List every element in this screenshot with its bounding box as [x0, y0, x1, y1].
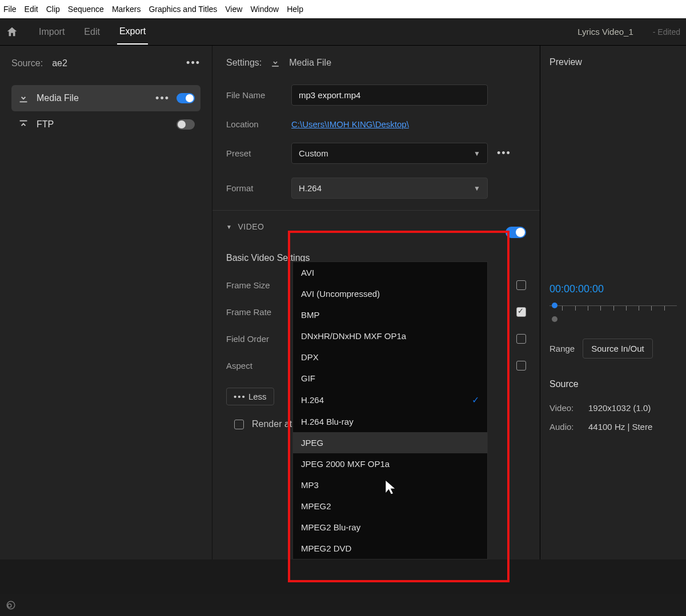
format-option[interactable]: DNxHR/DNxHD MXF OP1a: [293, 325, 487, 347]
media-file-toggle[interactable]: [176, 93, 195, 103]
svg-point-1: [8, 604, 11, 607]
ftp-toggle[interactable]: [176, 119, 195, 130]
menu-view[interactable]: View: [225, 5, 242, 14]
destination-label: FTP: [37, 119, 170, 130]
menu-markers[interactable]: Markers: [112, 5, 141, 14]
format-select[interactable]: H.264 ▼: [291, 178, 488, 199]
menu-sequence[interactable]: Sequence: [68, 5, 104, 14]
home-icon[interactable]: [6, 26, 18, 38]
preview-thumbnail: [549, 83, 677, 283]
video-section-toggle[interactable]: [506, 227, 526, 238]
menu-window[interactable]: Window: [250, 5, 279, 14]
chevron-down-icon[interactable]: ▼: [226, 224, 232, 230]
timecode: 00:00:00:00: [549, 283, 677, 295]
format-option[interactable]: JPEG 2000 MXF OP1a: [293, 453, 487, 474]
format-label: Format: [226, 183, 291, 193]
filename-input[interactable]: [291, 84, 488, 106]
format-option[interactable]: DPX: [293, 347, 487, 368]
download-icon: [17, 92, 30, 104]
format-option[interactable]: GIF: [293, 368, 487, 389]
format-option[interactable]: MP3: [293, 474, 487, 496]
format-option[interactable]: H.264 Blu-ray: [293, 411, 487, 432]
source-options-icon[interactable]: •••: [186, 57, 200, 69]
format-option[interactable]: H.264✓: [293, 389, 487, 411]
preset-options-icon[interactable]: •••: [497, 147, 511, 159]
document-title: Lyrics Video_1: [577, 27, 633, 37]
source-audio-label: Audio:: [549, 422, 580, 432]
menu-clip[interactable]: Clip: [46, 5, 60, 14]
format-dropdown[interactable]: AVIAVI (Uncompressed)BMPDNxHR/DNxHD MXF …: [292, 261, 488, 559]
destination-ftp[interactable]: FTP: [11, 111, 200, 138]
media-file-options-icon[interactable]: •••: [155, 92, 170, 104]
source-panel: Source: ae2 ••• Media File ••• FTP: [0, 46, 212, 559]
settings-panel: Settings: Media File File Name Location …: [212, 46, 540, 559]
menu-help[interactable]: Help: [287, 5, 303, 14]
check-icon: ✓: [472, 394, 479, 405]
chevron-down-icon: ▼: [474, 150, 480, 158]
video-section-label: VIDEO: [238, 222, 264, 231]
download-icon: [270, 57, 281, 69]
tab-import[interactable]: Import: [37, 20, 67, 44]
tab-export[interactable]: Export: [117, 19, 148, 45]
format-option[interactable]: MPEG2 DVD: [293, 538, 487, 559]
range-label: Range: [549, 344, 575, 353]
location-label: Location: [226, 119, 291, 129]
source-label: Source:: [11, 58, 43, 69]
frame-size-label: Frame Size: [226, 280, 270, 290]
render-max-checkbox[interactable]: [234, 420, 244, 429]
preset-value: Custom: [299, 148, 328, 158]
preset-select[interactable]: Custom ▼: [291, 143, 488, 164]
source-video-value: 1920x1032 (1.0): [588, 403, 651, 413]
menu-file[interactable]: File: [3, 5, 17, 14]
format-value: H.264: [299, 183, 322, 193]
frame-rate-label: Frame Rate: [226, 307, 271, 317]
format-option[interactable]: AVI: [293, 262, 487, 283]
upload-icon: [17, 118, 30, 131]
frame-rate-checkbox[interactable]: [516, 307, 526, 317]
source-audio-value: 44100 Hz | Stere: [588, 422, 652, 432]
status-bar: [0, 594, 686, 616]
source-video-label: Video:: [549, 403, 580, 413]
less-button[interactable]: ••• Less: [226, 388, 274, 405]
top-tabbar: Import Edit Export Lyrics Video_1 - Edit…: [0, 18, 686, 46]
creative-cloud-icon[interactable]: [6, 600, 16, 610]
field-order-label: Field Order: [226, 334, 269, 344]
field-order-checkbox[interactable]: [516, 334, 526, 344]
aspect-label: Aspect: [226, 361, 252, 371]
preview-label: Preview: [549, 57, 677, 67]
filename-label: File Name: [226, 90, 291, 100]
source-value: ae2: [52, 58, 177, 69]
timeline-ruler[interactable]: [549, 305, 677, 326]
preset-label: Preset: [226, 148, 291, 158]
frame-size-checkbox[interactable]: [516, 280, 526, 290]
preview-panel: Preview 00:00:00:00 Range Source In/Out …: [540, 46, 686, 559]
format-option[interactable]: JPEG: [293, 432, 487, 453]
format-option[interactable]: MPEG2 Blu-ray: [293, 517, 487, 538]
menu-graphics[interactable]: Graphics and Titles: [149, 5, 217, 14]
settings-mediafile-label: Media File: [289, 58, 331, 68]
settings-label: Settings:: [226, 58, 262, 68]
destination-media-file[interactable]: Media File •••: [11, 85, 200, 111]
tab-edit[interactable]: Edit: [82, 20, 102, 44]
menu-edit[interactable]: Edit: [25, 5, 38, 14]
format-option[interactable]: AVI (Uncompressed): [293, 283, 487, 304]
menubar: File Edit Clip Sequence Markers Graphics…: [0, 0, 686, 18]
format-option[interactable]: MPEG2: [293, 496, 487, 517]
location-link[interactable]: C:\Users\IMOH KING\Desktop\: [291, 119, 409, 129]
range-select[interactable]: Source In/Out: [583, 339, 653, 359]
format-option[interactable]: BMP: [293, 304, 487, 325]
source-section-label: Source: [549, 379, 677, 389]
aspect-checkbox[interactable]: [516, 361, 526, 371]
chevron-down-icon: ▼: [474, 184, 480, 192]
destination-label: Media File: [37, 93, 149, 103]
document-status: - Edited: [653, 27, 680, 37]
